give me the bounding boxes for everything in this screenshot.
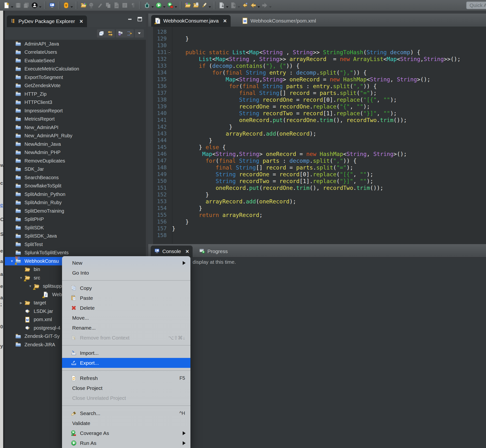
tree-item-correlateusers[interactable]: CorrelateUsers — [5, 48, 146, 57]
tree-item-httpclient3[interactable]: HTTPClient3 — [5, 98, 146, 107]
open-wizard-icon[interactable] — [80, 1, 88, 9]
tab-webhookconsumer-java[interactable]: J WebhookConsumer.java ✕ — [151, 15, 231, 27]
close-icon[interactable]: ✕ — [223, 18, 227, 24]
menu-item-import[interactable]: Import... — [62, 348, 190, 358]
minimize-icon[interactable] — [127, 16, 133, 23]
focus-on-task-icon[interactable] — [125, 30, 133, 37]
link-with-editor-icon[interactable] — [107, 30, 114, 37]
tree-item-exporttosegment[interactable]: ExportToSegment — [5, 73, 146, 82]
last-edit-location-icon[interactable] — [241, 1, 249, 9]
tree-item-adminapi-java[interactable]: AdminAPI_Java — [5, 40, 146, 48]
tree-item-http-zip[interactable]: HTTP_Zip — [5, 90, 146, 98]
open-task-icon[interactable] — [192, 1, 200, 9]
view-menu-icon[interactable] — [136, 30, 143, 37]
collapse-all-icon[interactable] — [98, 30, 105, 37]
menu-item-delete[interactable]: Delete — [62, 303, 190, 313]
project-icon — [15, 91, 22, 97]
tree-item-new-adminapi[interactable]: New_AdminAPI — [5, 123, 146, 132]
menu-item-export[interactable]: Export... — [62, 358, 190, 368]
fold-column — [167, 110, 172, 117]
tree-item-metricsreport[interactable]: MetricsReport — [5, 115, 146, 123]
mark-occurrences-icon[interactable] — [200, 1, 208, 9]
tree-item-splittest[interactable]: SplitTest — [5, 240, 146, 249]
tree-item-searchbeacons[interactable]: SearchBeacons — [5, 173, 146, 182]
menu-shortcut: F5 — [179, 375, 185, 381]
tree-item-snowflaketosplit[interactable]: SnowflakeToSplit — [5, 182, 146, 190]
close-icon[interactable]: ✕ — [185, 249, 189, 254]
dropdown-caret-icon[interactable] — [11, 6, 13, 8]
menu-item-go-into[interactable]: Go Into — [62, 268, 190, 278]
tree-item-splitadmin-ruby[interactable]: SplitAdmin_Ruby — [5, 199, 146, 207]
run-icon[interactable] — [155, 1, 162, 9]
dropdown-caret-icon[interactable] — [258, 6, 260, 8]
fold-marker-icon[interactable] — [167, 49, 172, 56]
tree-item-executemetriccalculation[interactable]: ExecuteMetricCalculation — [5, 65, 146, 73]
folder-open-icon — [24, 275, 32, 281]
tree-item-splitsdk-java[interactable]: SplitSDK_Java — [5, 232, 146, 240]
tree-item-removeduplicates[interactable]: RemoveDuplicates — [5, 157, 146, 165]
line-number: 136 — [148, 83, 167, 90]
tree-item-impressionreport[interactable]: ImpressionReport — [5, 107, 146, 115]
menu-item-paste[interactable]: Paste — [62, 293, 190, 303]
menu-item-move[interactable]: Move... — [62, 313, 190, 323]
tab-progress[interactable]: Progress — [196, 246, 231, 257]
menu-item-coverage-as[interactable]: Coverage As — [62, 428, 190, 438]
tree-item-splitdemotraining[interactable]: SplitDemoTraining — [5, 207, 146, 215]
code-line: 154 } — [148, 205, 486, 212]
code-editor[interactable]: 128129 }130131 public static List<Map<St… — [148, 27, 486, 244]
dropdown-caret-icon[interactable] — [209, 6, 211, 8]
tree-item-splitphp[interactable]: SplitPHP — [5, 215, 146, 224]
close-icon[interactable]: ✕ — [79, 19, 83, 24]
quick-access-box[interactable]: Quick Access — [466, 1, 486, 9]
paste-icon — [71, 295, 80, 301]
menu-item-copy[interactable]: Copy — [62, 283, 190, 293]
tree-item-newadmin-php[interactable]: NewAdmin_PHP — [5, 148, 146, 157]
user-profile-icon[interactable] — [31, 1, 39, 9]
menu-item-search[interactable]: Search...^H — [62, 408, 190, 418]
tree-item-sdk-jar[interactable]: SDK_Jar — [5, 165, 146, 174]
tab-pydev-package-explorer[interactable]: PyDev Package Explorer ✕ — [7, 16, 87, 27]
package-presentation-icon[interactable] — [117, 30, 124, 37]
tree-item-splitsdk[interactable]: SplitSDK — [5, 224, 146, 232]
tree-item-splunktosplitevents[interactable]: SplunkToSplitEvents — [5, 249, 146, 257]
menu-item-label: Refresh — [80, 375, 179, 381]
dropdown-caret-icon[interactable] — [175, 6, 177, 8]
menu-item-new[interactable]: New — [62, 258, 190, 268]
menu-item-label: Rename... — [72, 325, 186, 331]
dropdown-caret-icon[interactable] — [151, 6, 154, 8]
line-number: 135 — [148, 76, 167, 83]
menu-item-validate[interactable]: Validate — [62, 418, 190, 428]
tree-item-new-adminapi-ruby[interactable]: New_AdminAPI_Ruby — [5, 132, 146, 140]
external-tools-icon[interactable] — [166, 1, 174, 9]
tab-console[interactable]: Console ✕ — [151, 246, 193, 257]
dropdown-caret-icon[interactable] — [39, 6, 41, 8]
new-wizard-icon[interactable] — [3, 1, 10, 9]
delete-icon — [71, 305, 80, 311]
tree-item-splitadmin-python[interactable]: SplitAdmin_Python — [5, 190, 146, 199]
explorer-header: PyDev Package Explorer ✕ — [5, 14, 146, 27]
split-connector-icon[interactable] — [62, 1, 70, 9]
next-annotation-icon[interactable] — [218, 1, 226, 9]
tree-item-getzendeskvote[interactable]: GetZendeskVote — [5, 82, 146, 90]
menu-item-close-project[interactable]: Close Project — [62, 383, 190, 393]
debug-icon[interactable] — [143, 1, 151, 9]
open-type-icon[interactable] — [184, 1, 192, 9]
menu-separator — [62, 278, 190, 283]
code-text: final String[] record = parts.split("=")… — [172, 90, 486, 96]
back-icon[interactable] — [249, 1, 257, 9]
maximize-icon[interactable] — [137, 16, 142, 23]
menu-item-run-as[interactable]: Run As — [62, 438, 190, 448]
collapsed-arrow-icon[interactable]: ▶ — [18, 301, 24, 305]
code-line: 151 oneRecord.put(recordOne.trim(), reco… — [148, 184, 486, 191]
svg-text:¶: ¶ — [131, 2, 135, 8]
dropdown-caret-icon[interactable] — [226, 6, 228, 8]
dropdown-caret-icon[interactable] — [163, 6, 165, 8]
menu-item-rename[interactable]: Rename... — [62, 323, 190, 333]
tree-item-newadmin-java[interactable]: NewAdmin_Java — [5, 140, 146, 148]
menu-item-label: Export... — [80, 360, 186, 366]
tree-item-evaluateseed[interactable]: EvaluateSeed — [5, 56, 146, 65]
menu-item-refresh[interactable]: RefreshF5 — [62, 373, 190, 383]
dropdown-caret-icon[interactable] — [71, 6, 73, 8]
console-view-icon[interactable] — [48, 1, 56, 9]
tab-webhookconsumer-pom-xml[interactable]: M WebhookConsumer/pom.xml — [238, 15, 320, 27]
